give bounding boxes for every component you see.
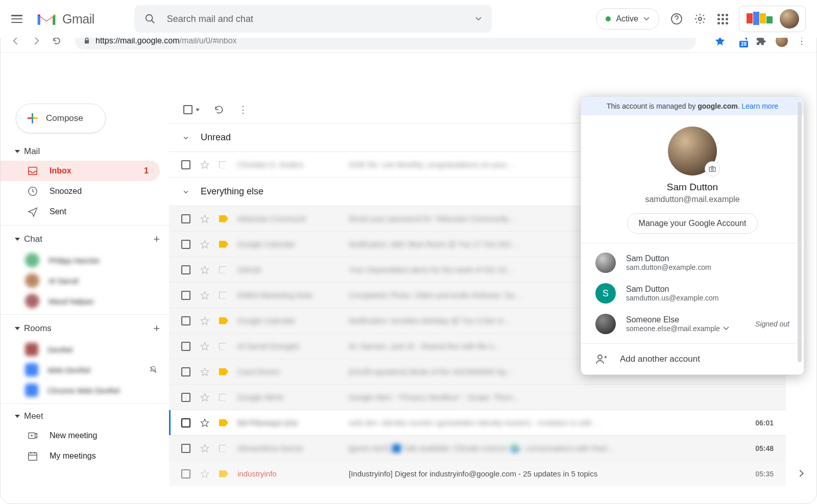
- more-actions-icon[interactable]: ⋮: [238, 104, 248, 115]
- account-option[interactable]: Someone Elsesomeone.else@mail.example Si…: [581, 309, 804, 339]
- mute-icon: [149, 365, 158, 374]
- room-item[interactable]: Chrome Web DevRel: [1, 380, 169, 400]
- sidebar: Compose Mail Inbox1 Snoozed Sent Chat+ P…: [1, 53, 169, 504]
- account-avatar-icon: S: [595, 283, 616, 304]
- profile-name: Sam Dutton: [581, 182, 804, 193]
- search-icon: [145, 13, 156, 24]
- chat-contact[interactable]: Maud Nalpas: [1, 291, 169, 311]
- chat-contact[interactable]: Philipp Hancke: [1, 250, 169, 270]
- mail-row[interactable]: Ed Filemaye (viaweb dev: Identity monito…: [169, 410, 786, 435]
- room-item[interactable]: DevRel: [1, 339, 169, 360]
- person-add-icon: [595, 353, 608, 365]
- dropdown-icon: [643, 17, 650, 21]
- video-plus-icon: [27, 430, 38, 441]
- nav-my-meetings[interactable]: My meetings: [1, 446, 160, 466]
- mail-section-header[interactable]: Mail: [1, 142, 169, 161]
- account-popover: This account is managed by google.com. L…: [581, 96, 804, 375]
- svg-rect-7: [709, 167, 715, 172]
- chat-section-header[interactable]: Chat+: [1, 229, 169, 250]
- app-name: Gmail: [62, 12, 94, 27]
- profile-email: samdutton@mail.example: [581, 195, 804, 204]
- clock-icon: [27, 186, 38, 197]
- lock-icon: [83, 37, 90, 44]
- meet-section-header[interactable]: Meet: [1, 407, 169, 425]
- nav-sent[interactable]: Sent: [1, 201, 160, 222]
- settings-gear-icon[interactable]: [694, 13, 706, 25]
- camera-icon[interactable]: [705, 161, 720, 177]
- signed-out-label: Signed out: [755, 320, 789, 328]
- search-bar[interactable]: Search mail and chat: [134, 5, 492, 33]
- refresh-icon[interactable]: [214, 105, 224, 115]
- account-avatar[interactable]: [780, 9, 799, 29]
- google-apps-icon[interactable]: [717, 14, 728, 24]
- account-avatar-icon: [595, 314, 616, 334]
- svg-point-8: [711, 168, 713, 170]
- svg-rect-6: [29, 453, 37, 461]
- send-icon: [27, 206, 38, 217]
- add-chat-icon[interactable]: +: [153, 233, 160, 246]
- profile-panel[interactable]: [739, 6, 806, 32]
- app-header: Gmail Search mail and chat Active: [0, 0, 817, 38]
- mail-row[interactable]: Google AlertsGoogle Alert - "Privacy San…: [169, 384, 786, 410]
- main-menu-button[interactable]: [11, 15, 22, 23]
- add-account-button[interactable]: Add another account: [581, 343, 804, 374]
- status-label: Active: [616, 14, 638, 23]
- svg-point-2: [699, 17, 702, 20]
- plus-icon: [28, 113, 38, 123]
- svg-rect-3: [29, 167, 37, 175]
- learn-more-link[interactable]: Learn more: [741, 102, 778, 110]
- chevron-right-icon[interactable]: [796, 468, 807, 479]
- compose-button[interactable]: Compose: [16, 104, 106, 133]
- room-item[interactable]: Web DevRel: [1, 360, 169, 380]
- mail-row[interactable]: industryinfo[Industryinfo] Digest for in…: [169, 461, 786, 486]
- mail-row[interactable]: Alexandrina Garcia[green-tech] 🟦 Talk av…: [169, 435, 786, 461]
- account-avatar-icon: [595, 253, 616, 273]
- gmail-logo[interactable]: Gmail: [36, 11, 94, 27]
- nav-new-meeting[interactable]: New meeting: [1, 425, 160, 446]
- search-options-icon[interactable]: [475, 17, 482, 21]
- rooms-section-header[interactable]: Rooms+: [1, 318, 169, 339]
- support-icon[interactable]: [670, 13, 683, 25]
- managed-banner: This account is managed by google.com. L…: [581, 97, 804, 115]
- popover-scrollbar[interactable]: [798, 102, 802, 362]
- search-placeholder: Search mail and chat: [167, 14, 464, 24]
- profile-avatar: [668, 127, 717, 175]
- nav-snoozed[interactable]: Snoozed: [1, 181, 160, 201]
- chevron-down-icon: [181, 133, 190, 142]
- select-all-checkbox[interactable]: [183, 105, 200, 114]
- nav-inbox[interactable]: Inbox1: [1, 161, 160, 181]
- status-dot-icon: [606, 16, 611, 21]
- inbox-icon: [27, 165, 38, 177]
- add-room-icon[interactable]: +: [153, 322, 160, 335]
- manage-account-button[interactable]: Manage your Google Account: [627, 213, 758, 234]
- account-option[interactable]: S Sam Duttonsamdutton.us@example.com: [581, 278, 804, 309]
- svg-point-0: [146, 15, 153, 21]
- calendar-icon: [27, 450, 38, 462]
- status-selector[interactable]: Active: [596, 8, 659, 30]
- svg-point-9: [598, 355, 602, 359]
- org-logo-icon: [747, 13, 773, 25]
- account-option[interactable]: Sam Duttonsam.dutton@example.com: [581, 247, 804, 278]
- gmail-logo-icon: [36, 11, 57, 27]
- chat-contact[interactable]: Al Sarraf: [1, 270, 169, 291]
